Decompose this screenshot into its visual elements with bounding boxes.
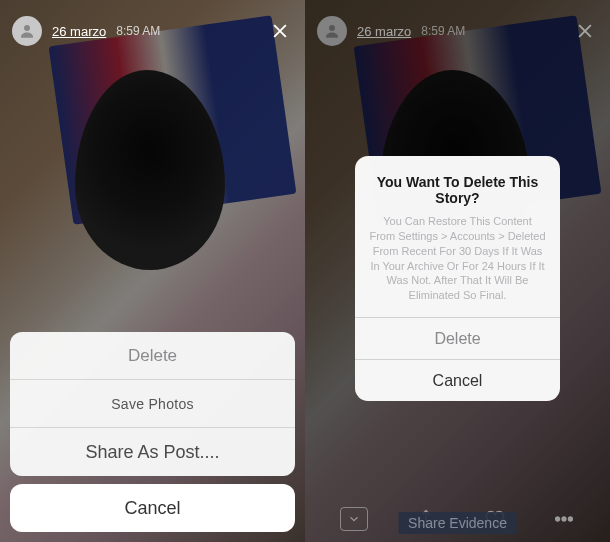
close-button[interactable] <box>267 18 293 44</box>
action-sheet-group: Delete Save Photos Share As Post.... <box>10 332 295 476</box>
svg-point-0 <box>24 25 30 31</box>
save-photos-option[interactable]: Save Photos <box>10 380 295 428</box>
story-date-link[interactable]: 26 marzo <box>52 24 106 39</box>
delete-confirm-dialog: You Want To Delete This Story? You Can R… <box>355 156 560 401</box>
avatar[interactable] <box>12 16 42 46</box>
cancel-button[interactable]: Cancel <box>10 484 295 532</box>
alert-body: You Want To Delete This Story? You Can R… <box>355 156 560 317</box>
alert-title: You Want To Delete This Story? <box>369 174 546 206</box>
story-time: 8:59 AM <box>116 24 160 38</box>
confirm-delete-button[interactable]: Delete <box>355 317 560 359</box>
right-screen: 26 marzo 8:59 AM Share Evidence You Want… <box>305 0 610 542</box>
confirm-cancel-button[interactable]: Cancel <box>355 359 560 401</box>
story-header: 26 marzo 8:59 AM <box>12 16 293 46</box>
share-as-post-option[interactable]: Share As Post.... <box>10 428 295 476</box>
left-screen: 26 marzo 8:59 AM Delete Save Photos Shar… <box>0 0 305 542</box>
delete-option[interactable]: Delete <box>10 332 295 380</box>
person-icon <box>18 22 36 40</box>
alert-message: You Can Restore This Content From Settin… <box>369 214 546 303</box>
action-sheet: Delete Save Photos Share As Post.... Can… <box>10 332 295 532</box>
close-icon <box>270 21 290 41</box>
